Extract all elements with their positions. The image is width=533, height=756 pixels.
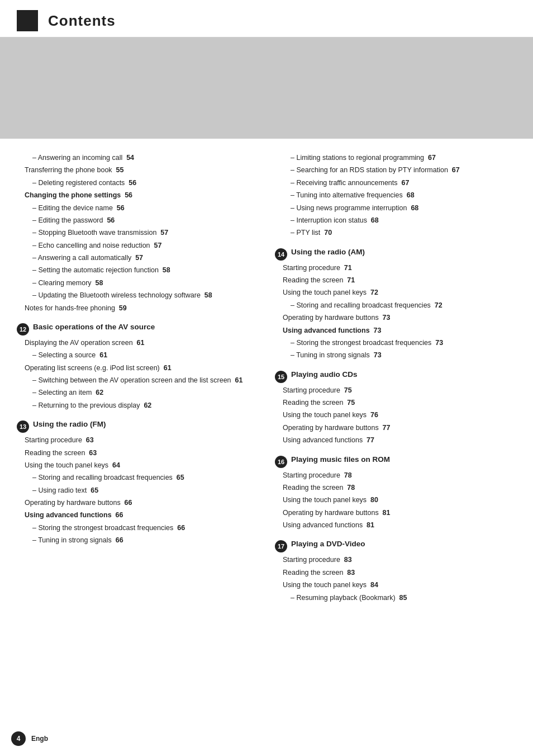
list-item: Using advanced functions 73	[275, 325, 516, 336]
list-item: – Storing and recalling broadcast freque…	[275, 300, 516, 311]
list-item: – Using news programme interruption 68	[275, 202, 516, 214]
list-item: – Tuning in strong signals 66	[17, 535, 258, 546]
footer-language: Engb	[31, 735, 48, 743]
right-column: – Limiting stations to regional programm…	[275, 152, 516, 604]
list-item: – Deleting registered contacts 56	[17, 177, 258, 188]
list-item: Using the touch panel keys 80	[275, 494, 516, 505]
list-item: Using the touch panel keys 84	[275, 579, 516, 590]
list-item: Using the touch panel keys 76	[275, 409, 516, 420]
list-item: Operating by hardware buttons 73	[275, 312, 516, 323]
list-item: Using the touch panel keys 72	[275, 287, 516, 298]
list-item: Operating by hardware buttons 66	[17, 497, 258, 508]
list-item: Starting procedure 63	[17, 434, 258, 446]
list-item: – Selecting a source 61	[17, 349, 258, 361]
list-item: – Echo cancelling and noise reduction 57	[17, 240, 258, 251]
list-item: Displaying the AV operation screen 61	[17, 337, 258, 348]
list-item: Using advanced functions 81	[275, 519, 516, 531]
list-item: – Using radio text 65	[17, 485, 258, 496]
list-item: – Resuming playback (Bookmark) 85	[275, 592, 516, 603]
section-header: 13Using the radio (FM)	[17, 420, 258, 433]
header-icon-box	[17, 10, 38, 31]
section: 16Playing music files on ROMStarting pro…	[275, 455, 516, 531]
list-item: – Updating the Bluetooth wireless techno…	[17, 290, 258, 301]
list-item: Operating by hardware buttons 81	[275, 507, 516, 518]
section-title: Basic operations of the AV source	[33, 323, 155, 331]
list-item: – Setting the automatic rejection functi…	[17, 264, 258, 276]
list-item: – Answering an incoming call 54	[17, 152, 258, 163]
list-item: – Stopping Bluetooth wave transmission 5…	[17, 227, 258, 238]
list-item: – Editing the password 56	[17, 215, 258, 226]
list-item: – Selecting an item 62	[17, 387, 258, 398]
list-item: – Storing the strongest broadcast freque…	[17, 522, 258, 533]
content-area: – Answering an incoming call 54Transferr…	[0, 139, 533, 616]
list-item: Reading the screen 83	[275, 567, 516, 578]
list-item: – Receiving traffic announcements 67	[275, 177, 516, 188]
list-item: Starting procedure 78	[275, 470, 516, 481]
section-title: Playing music files on ROM	[291, 455, 390, 464]
list-item: – Clearing memory 58	[17, 277, 258, 289]
page-number: 4	[11, 731, 26, 746]
page: Contents – Answering an incoming call 54…	[0, 0, 533, 756]
list-item: Transferring the phone book 55	[17, 164, 258, 176]
section: 15Playing audio CDsStarting procedure 75…	[275, 370, 516, 446]
list-item: – Returning to the previous display 62	[17, 400, 258, 411]
list-item: Using the touch panel keys 64	[17, 460, 258, 471]
list-item: Reading the screen 71	[275, 275, 516, 286]
list-item: Reading the screen 75	[275, 397, 516, 408]
list-item: – Tuning in strong signals 73	[275, 349, 516, 361]
list-item: Starting procedure 71	[275, 262, 516, 273]
section-header: 14Using the radio (AM)	[275, 248, 516, 261]
list-item: Operating list screens (e.g. iPod list s…	[17, 362, 258, 374]
section: 14Using the radio (AM)Starting procedure…	[275, 248, 516, 361]
list-item: – Tuning into alternative frequencies 68	[275, 190, 516, 201]
left-column: – Answering an incoming call 54Transferr…	[17, 152, 258, 604]
section-header: 16Playing music files on ROM	[275, 455, 516, 468]
list-item: Reading the screen 63	[17, 447, 258, 459]
list-item: Reading the screen 78	[275, 482, 516, 493]
section-number: 17	[275, 540, 287, 552]
list-item: Changing the phone settings 56	[17, 190, 258, 201]
list-item: – Switching between the AV operation scr…	[17, 375, 258, 386]
top-gray-area	[0, 38, 533, 139]
list-item: – Storing and recalling broadcast freque…	[17, 472, 258, 483]
section-header: 17Playing a DVD-Video	[275, 540, 516, 552]
list-item: – Storing the strongest broadcast freque…	[275, 337, 516, 348]
section-header: 12Basic operations of the AV source	[17, 323, 258, 336]
header: Contents	[0, 0, 533, 38]
list-item: Notes for hands-free phoning 59	[17, 303, 258, 314]
list-item: – Searching for an RDS station by PTY in…	[275, 164, 516, 176]
section: 12Basic operations of the AV sourceDispl…	[17, 323, 258, 411]
page-title: Contents	[48, 12, 116, 30]
section-header: 15Playing audio CDs	[275, 370, 516, 383]
section-title: Playing a DVD-Video	[291, 540, 365, 548]
section: 13Using the radio (FM)Starting procedure…	[17, 420, 258, 546]
list-item: Starting procedure 75	[275, 385, 516, 396]
list-item: Operating by hardware buttons 77	[275, 422, 516, 433]
section-title: Using the radio (AM)	[291, 248, 365, 256]
section-title: Playing audio CDs	[291, 370, 358, 379]
section-number: 13	[17, 420, 29, 433]
section-number: 14	[275, 248, 287, 261]
section-number: 15	[275, 371, 287, 383]
section-number: 16	[275, 456, 287, 468]
list-item: – PTY list 70	[275, 227, 516, 238]
list-item: – Interruption icon status 68	[275, 215, 516, 226]
list-item: – Editing the device name 56	[17, 202, 258, 214]
section-number: 12	[17, 323, 29, 336]
list-item: Using advanced functions 66	[17, 509, 258, 521]
section-title: Using the radio (FM)	[33, 420, 106, 428]
list-item: Using advanced functions 77	[275, 434, 516, 446]
section: 17Playing a DVD-VideoStarting procedure …	[275, 540, 516, 603]
list-item: – Limiting stations to regional programm…	[275, 152, 516, 163]
list-item: – Answering a call automatically 57	[17, 252, 258, 263]
list-item: Starting procedure 83	[275, 554, 516, 565]
footer: 4 Engb	[11, 731, 48, 746]
